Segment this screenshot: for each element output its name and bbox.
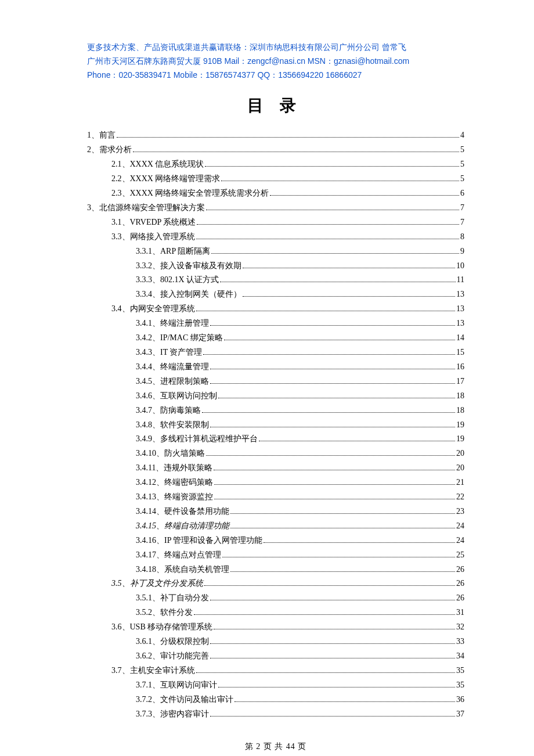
toc-leader-dots xyxy=(259,441,455,441)
toc-entry[interactable]: 3.7.2、文件访问及输出审计36 xyxy=(87,693,464,707)
toc-entry[interactable]: 3.4.7、防病毒策略18 xyxy=(87,404,464,418)
toc-leader-dots xyxy=(210,427,455,427)
toc-leader-dots xyxy=(222,557,455,557)
toc-entry[interactable]: 3、北信源终端安全管理解决方案7 xyxy=(87,201,464,215)
toc-entry[interactable]: 2.1、XXXX 信息系统现状5 xyxy=(87,157,464,172)
toc-entry[interactable]: 3.4.11、违规外联策略20 xyxy=(87,461,464,476)
toc-leader-dots xyxy=(234,701,455,702)
toc-entry-page: 7 xyxy=(460,201,464,215)
toc-leader-dots xyxy=(243,296,455,297)
toc-entry-label: 3.5.1、补丁自动分发 xyxy=(136,591,209,606)
toc-entry[interactable]: 3.5.2、软件分发31 xyxy=(87,606,464,620)
toc-leader-dots xyxy=(220,282,455,282)
toc-entry-label: 3.6.2、审计功能完善 xyxy=(136,649,209,664)
toc-leader-dots xyxy=(270,195,459,196)
toc-entry-page: 6 xyxy=(460,186,464,201)
toc-entry-page: 7 xyxy=(460,215,464,230)
toc-entry-page: 5 xyxy=(460,157,464,172)
toc-entry[interactable]: 3.4.1、终端注册管理13 xyxy=(87,316,464,331)
toc-entry[interactable]: 3.4.17、终端点对点管理25 xyxy=(87,548,464,563)
toc-entry[interactable]: 2.3、XXXX 网络终端安全管理系统需求分析6 xyxy=(87,186,464,201)
toc-entry-label: 2.3、XXXX 网络终端安全管理系统需求分析 xyxy=(111,186,269,201)
toc-entry[interactable]: 3.4.2、IP/MAC 绑定策略14 xyxy=(87,331,464,345)
toc-entry[interactable]: 3.4.13、终端资源监控22 xyxy=(87,490,464,505)
toc-entry-page: 37 xyxy=(456,707,464,722)
toc-entry[interactable]: 3.3、网络接入管理系统8 xyxy=(87,230,464,244)
toc-entry-label: 3.4.16、IP 管理和设备入网管理功能 xyxy=(136,534,262,548)
toc-entry[interactable]: 3.4.16、IP 管理和设备入网管理功能24 xyxy=(87,534,464,548)
toc-leader-dots xyxy=(210,369,455,369)
toc-entry[interactable]: 3.4.14、硬件设备禁用功能23 xyxy=(87,505,464,519)
toc-entry-label: 3.5.2、软件分发 xyxy=(136,606,193,620)
toc-leader-dots xyxy=(202,412,455,413)
toc-entry-page: 25 xyxy=(456,548,464,563)
toc-entry-page: 19 xyxy=(456,418,464,433)
toc-entry[interactable]: 3.4.3、IT 资产管理15 xyxy=(87,345,464,360)
toc-entry-page: 26 xyxy=(456,563,464,577)
toc-entry-label: 3.4.5、进程限制策略 xyxy=(136,375,209,389)
toc-entry-label: 3.3.2、接入设备审核及有效期 xyxy=(136,259,241,273)
toc-entry[interactable]: 2、需求分析5 xyxy=(87,143,464,157)
toc-entry[interactable]: 3.4.5、进程限制策略17 xyxy=(87,375,464,389)
toc-entry-label: 3.3.1、ARP 阻断隔离 xyxy=(136,244,210,259)
toc-entry[interactable]: 3.3.3、802.1X 认证方式11 xyxy=(87,273,464,287)
toc-entry-page: 21 xyxy=(456,476,464,490)
toc-entry-page: 13 xyxy=(456,316,464,331)
toc-entry-page: 14 xyxy=(456,331,464,345)
toc-entry-page: 24 xyxy=(456,519,464,534)
toc-entry-label: 2、需求分析 xyxy=(87,143,132,157)
toc-entry[interactable]: 3.7.1、互联网访问审计35 xyxy=(87,678,464,693)
toc-entry-label: 3.4.15、终端自动清理功能 xyxy=(136,519,229,534)
toc-entry[interactable]: 2.2、XXXX 网络终端管理需求5 xyxy=(87,172,464,186)
toc-leader-dots xyxy=(243,268,455,268)
toc-entry-label: 2.2、XXXX 网络终端管理需求 xyxy=(111,172,220,186)
toc-leader-dots xyxy=(196,672,456,673)
toc-entry[interactable]: 3.3.4、接入控制网关（硬件）13 xyxy=(87,287,464,302)
toc-entry[interactable]: 3.4.10、防火墙策略20 xyxy=(87,447,464,461)
toc-leader-dots xyxy=(210,600,455,600)
toc-entry[interactable]: 3.7.3、涉密内容审计37 xyxy=(87,707,464,722)
toc-entry-page: 8 xyxy=(460,230,464,244)
toc-entry-label: 3.7、主机安全审计系统 xyxy=(111,664,195,678)
toc-entry[interactable]: 3.4.6、互联网访问控制18 xyxy=(87,389,464,404)
toc-entry-label: 3.7.1、互联网访问审计 xyxy=(136,678,217,693)
toc-entry[interactable]: 3.4、内网安全管理系统13 xyxy=(87,302,464,316)
toc-leader-dots xyxy=(224,340,455,340)
toc-entry-page: 18 xyxy=(456,404,464,418)
toc-entry-page: 13 xyxy=(456,287,464,302)
toc-entry[interactable]: 3.4.12、终端密码策略21 xyxy=(87,476,464,490)
toc-entry[interactable]: 3.6.2、审计功能完善34 xyxy=(87,649,464,664)
toc-entry[interactable]: 1、前言4 xyxy=(87,128,464,143)
toc-entry[interactable]: 3.4.15、终端自动清理功能24 xyxy=(87,519,464,534)
toc-entry[interactable]: 3.5.1、补丁自动分发26 xyxy=(87,591,464,606)
toc-entry-page: 36 xyxy=(456,693,464,707)
toc-entry-page: 26 xyxy=(456,591,464,606)
toc-entry-label: 3.4.10、防火墙策略 xyxy=(136,447,205,461)
toc-entry[interactable]: 3.5、补丁及文件分发系统26 xyxy=(87,577,464,591)
toc-entry-page: 15 xyxy=(456,345,464,360)
page-header: 更多技术方案、产品资讯或渠道共赢请联络：深圳市纳思科技有限公司广州分公司 曾常飞… xyxy=(87,41,464,82)
toc-entry-page: 20 xyxy=(456,447,464,461)
toc-entry-page: 26 xyxy=(456,577,464,591)
toc-entry[interactable]: 3.6.1、分级权限控制33 xyxy=(87,635,464,649)
header-line-3: Phone：020-35839471 Mobile：15876574377 QQ… xyxy=(87,69,464,82)
toc-entry[interactable]: 3.6、USB 移动存储管理系统32 xyxy=(87,620,464,635)
toc-entry[interactable]: 3.4.18、系统自动关机管理26 xyxy=(87,563,464,577)
toc-leader-dots xyxy=(133,152,459,152)
toc-entry[interactable]: 3.3.2、接入设备审核及有效期10 xyxy=(87,259,464,273)
toc-entry[interactable]: 3.7、主机安全审计系统35 xyxy=(87,664,464,678)
toc-entry-label: 3.1、VRVEDP 系统概述 xyxy=(111,215,196,230)
toc-entry[interactable]: 3.1、VRVEDP 系统概述7 xyxy=(87,215,464,230)
toc-leader-dots xyxy=(218,687,455,687)
header-line-2: 广州市天河区石牌东路商贸大厦 910B Mail：zengcf@nasi.cn … xyxy=(87,55,464,69)
toc-entry[interactable]: 3.4.8、软件安装限制19 xyxy=(87,418,464,433)
toc-entry-label: 3.4.18、系统自动关机管理 xyxy=(136,563,229,577)
toc-entry-label: 3.4.6、互联网访问控制 xyxy=(136,389,217,404)
toc-entry-label: 3.4.8、软件安装限制 xyxy=(136,418,209,433)
toc-entry-label: 3.7.2、文件访问及输出审计 xyxy=(136,693,233,707)
toc-entry[interactable]: 3.4.4、终端流量管理16 xyxy=(87,360,464,375)
toc-entry[interactable]: 3.4.9、多线程计算机远程维护平台19 xyxy=(87,432,464,447)
toc-entry-label: 3.4.7、防病毒策略 xyxy=(136,404,201,418)
toc-entry[interactable]: 3.3.1、ARP 阻断隔离9 xyxy=(87,244,464,259)
toc-leader-dots xyxy=(230,571,455,572)
